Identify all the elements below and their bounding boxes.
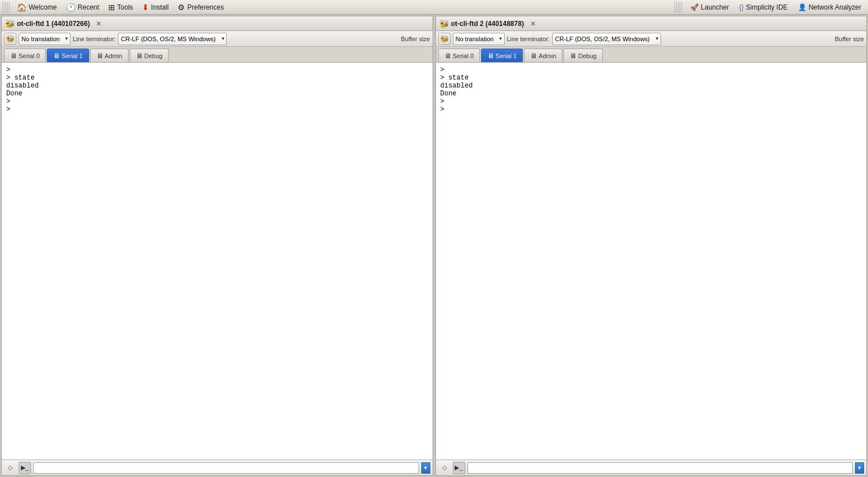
menu-label-install: Install: [151, 3, 169, 11]
simplicity-ide-icon: {}: [739, 3, 744, 11]
panel-1-translation-wrapper: No translation: [19, 33, 71, 45]
debug-tab-icon: 🖥: [136, 52, 143, 60]
panel-2-close-button[interactable]: ✕: [528, 19, 537, 28]
drag-handle-left: [2, 2, 10, 13]
recent-icon: 🕐: [66, 3, 76, 12]
menu-item-tools[interactable]: ⊞ Tools: [104, 2, 138, 13]
serial0-tab-icon: 🖥: [10, 52, 17, 60]
panel-2-input-dropdown[interactable]: ▼: [855, 462, 864, 474]
panel-1-tab-admin[interactable]: 🖥 Admin: [90, 49, 129, 62]
p2-debug-tab-icon: 🖥: [570, 52, 576, 60]
panel-1-tab-debug-label: Debug: [144, 52, 162, 59]
panel-2-tab-serial1-label: Serial 1: [496, 52, 517, 59]
menu-item-launcher[interactable]: 🚀 Launcher: [686, 2, 734, 12]
panel-2: 🐝 ot-cli-ftd 2 (440148878) ✕ 🐝 No transl…: [435, 16, 867, 476]
panel-2-line-term-label: Line terminator:: [507, 36, 550, 42]
panel-1-line-term-label: Line terminator:: [73, 36, 116, 42]
panel-2-title: ot-cli-ftd 2 (440148878): [451, 20, 524, 28]
network-analyzer-icon: 👤: [798, 3, 807, 11]
panel-2-tab-serial0[interactable]: 🖥 Serial 0: [438, 49, 480, 62]
panel-1-tabs: 🖥 Serial 0 🖥 Serial 1 🖥 Admin 🖥 Debug: [2, 47, 433, 63]
panel-1: 🐝 ot-cli-ftd 1 (440107266) ✕ 🐝 No transl…: [1, 16, 433, 476]
panel-2-tabs: 🖥 Serial 0 🖥 Serial 1 🖥 Admin 🖥 Debug: [436, 47, 867, 63]
panel-1-prompt-icon: ◇: [4, 462, 16, 474]
panel-1-terminal-content: > > state disabled Done > >: [6, 66, 428, 113]
install-icon: ⬇: [142, 3, 149, 12]
serial1-tab-icon: 🖥: [53, 52, 60, 60]
panel-1-toolbar: 🐝 No translation Line terminator: CR-LF …: [2, 31, 433, 47]
panel-1-line-term-wrapper: CR-LF (DOS, OS/2, MS Windows): [118, 33, 227, 45]
menu-item-welcome[interactable]: 🏠 Welcome: [12, 2, 61, 13]
menubar: 🏠 Welcome 🕐 Recent ⊞ Tools ⬇ Install ⚙ P…: [0, 0, 868, 15]
p2-serial1-tab-icon: 🖥: [487, 52, 494, 60]
panel-2-translation-wrapper: No translation: [453, 33, 505, 45]
panel-2-device-icon-btn[interactable]: 🐝: [438, 33, 451, 45]
panel-1-close-button[interactable]: ✕: [94, 19, 103, 28]
panel-2-toolbar: 🐝 No translation Line terminator: CR-LF …: [436, 31, 867, 47]
panel-1-input-dropdown[interactable]: ▼: [421, 462, 430, 474]
menu-right: 🚀 Launcher {} Simplicity IDE 👤 Network A…: [675, 2, 866, 13]
menu-label-network-analyzer: Network Analyzer: [809, 3, 861, 11]
panel-2-prompt-icon: ◇: [438, 462, 451, 474]
home-icon: 🏠: [17, 3, 27, 12]
panel-1-input-field[interactable]: [33, 462, 419, 474]
panel-2-terminal[interactable]: > > state disabled Done > >: [436, 63, 867, 460]
panel-2-tab-debug[interactable]: 🖥 Debug: [563, 49, 602, 62]
panel-2-tab-serial0-label: Serial 0: [453, 52, 474, 59]
panel-1-tab-serial1[interactable]: 🖥 Serial 1: [47, 49, 89, 62]
panel-1-buffer-label: Buffer size: [401, 36, 430, 42]
panel-1-shell-icon: ▶_: [19, 462, 31, 474]
p2-serial0-tab-icon: 🖥: [444, 52, 451, 60]
panel-1-line-term-select[interactable]: CR-LF (DOS, OS/2, MS Windows): [118, 33, 227, 45]
p2-admin-tab-icon: 🖥: [530, 52, 537, 60]
panel-2-tab-debug-label: Debug: [578, 52, 596, 59]
menu-label-simplicity-ide: Simplicity IDE: [746, 3, 788, 11]
menu-label-preferences: Preferences: [187, 3, 224, 11]
panel-1-translation-select[interactable]: No translation: [19, 33, 71, 45]
preferences-icon: ⚙: [178, 3, 185, 12]
launcher-icon: 🚀: [690, 3, 699, 11]
menu-item-preferences[interactable]: ⚙ Preferences: [173, 2, 228, 13]
menu-label-launcher: Launcher: [701, 3, 729, 11]
panel-1-tab-serial0[interactable]: 🖥 Serial 0: [4, 49, 46, 62]
panel-1-tab-serial1-label: Serial 1: [61, 52, 82, 59]
panel-2-line-term-wrapper: CR-LF (DOS, OS/2, MS Windows): [552, 33, 661, 45]
panel-2-input-field[interactable]: [468, 462, 853, 474]
menu-label-welcome: Welcome: [29, 3, 57, 11]
panel-1-tab-serial0-label: Serial 0: [19, 52, 39, 59]
menu-item-install[interactable]: ⬇ Install: [138, 2, 173, 13]
main-area: 🐝 ot-cli-ftd 1 (440107266) ✕ 🐝 No transl…: [0, 15, 868, 477]
panel-1-title: ot-cli-ftd 1 (440107266): [17, 20, 90, 28]
panel-2-buffer-label: Buffer size: [835, 36, 864, 42]
panel-2-terminal-content: > > state disabled Done > >: [440, 66, 862, 113]
panel-2-line-term-select[interactable]: CR-LF (DOS, OS/2, MS Windows): [552, 33, 661, 45]
menu-label-tools: Tools: [117, 3, 133, 11]
panel-1-tab-admin-label: Admin: [105, 52, 122, 59]
admin-tab-icon: 🖥: [96, 52, 103, 60]
panel-2-translation-select[interactable]: No translation: [453, 33, 505, 45]
panel-2-titlebar: 🐝 ot-cli-ftd 2 (440148878) ✕: [436, 16, 867, 31]
menu-item-recent[interactable]: 🕐 Recent: [61, 2, 104, 13]
tools-icon: ⊞: [108, 3, 115, 12]
panel-1-terminal[interactable]: > > state disabled Done > >: [2, 63, 433, 460]
panel-1-device-icon-btn[interactable]: 🐝: [4, 33, 16, 45]
menu-item-network-analyzer[interactable]: 👤 Network Analyzer: [794, 2, 866, 12]
drag-handle-right: [675, 2, 682, 13]
panel-2-title-icon: 🐝: [439, 19, 449, 28]
menu-item-simplicity-ide[interactable]: {} Simplicity IDE: [735, 2, 792, 12]
panel-1-tab-debug[interactable]: 🖥 Debug: [130, 49, 169, 62]
panel-1-title-icon: 🐝: [5, 19, 15, 28]
panel-1-input-row: ◇ ▶_ ▼: [2, 460, 433, 475]
panel-2-input-row: ◇ ▶_ ▼: [436, 460, 867, 475]
menu-label-recent: Recent: [78, 3, 99, 11]
panel-2-tab-admin-label: Admin: [539, 52, 556, 59]
panel-2-tab-admin[interactable]: 🖥 Admin: [524, 49, 562, 62]
panel-2-shell-icon: ▶_: [453, 462, 465, 474]
panel-1-titlebar: 🐝 ot-cli-ftd 1 (440107266) ✕: [2, 16, 433, 31]
panel-2-tab-serial1[interactable]: 🖥 Serial 1: [481, 49, 523, 62]
